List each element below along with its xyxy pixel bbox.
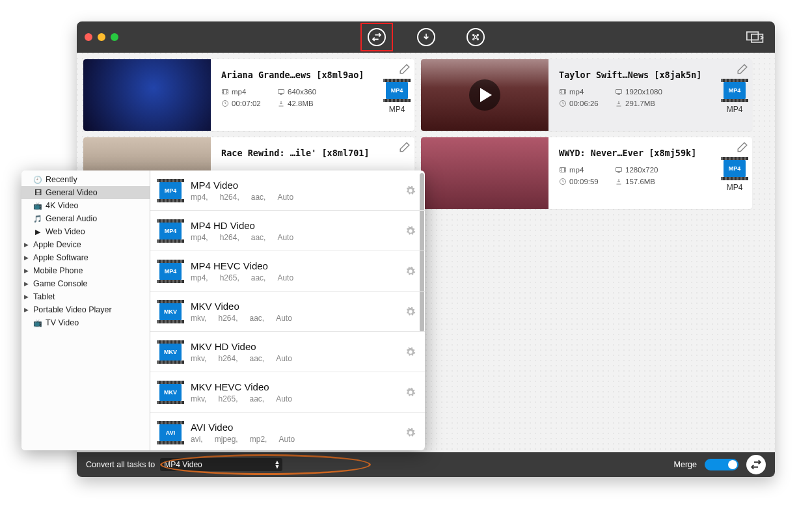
titlebar-right-icon[interactable]: [746, 30, 765, 44]
maximize-window-button[interactable]: [111, 33, 118, 41]
gear-icon[interactable]: [405, 387, 416, 398]
gear-icon[interactable]: [405, 226, 416, 236]
category-item[interactable]: ▶Web Video: [21, 225, 150, 238]
filesize-value: 157.6MB: [615, 178, 676, 185]
format-details: mp4,h265,aac,Auto: [191, 273, 396, 282]
gear-icon[interactable]: [405, 306, 416, 317]
category-item[interactable]: ▶Apple Device: [21, 238, 150, 251]
format-name: MKV HEVC Video: [191, 381, 396, 392]
gear-icon[interactable]: [405, 428, 416, 438]
edit-icon[interactable]: [399, 63, 411, 77]
svg-point-4: [477, 38, 478, 40]
select-arrows-icon: ▲▼: [274, 460, 280, 469]
svg-rect-8: [278, 90, 284, 94]
category-label: 4K Video: [46, 201, 79, 210]
output-format-select[interactable]: MP4 Video ▲▼: [160, 458, 282, 471]
svg-rect-5: [747, 32, 759, 40]
category-icon: ▶: [33, 227, 42, 236]
format-row[interactable]: MP4 MP4 HEVC Video mp4,h265,aac,Auto: [150, 251, 425, 292]
format-name: MKV HD Video: [191, 341, 396, 352]
category-label: Portable Video Player: [33, 305, 112, 314]
category-label: Tablet: [33, 292, 55, 301]
minimize-window-button[interactable]: [98, 33, 105, 41]
edit-icon[interactable]: [737, 141, 748, 156]
format-value: mp4: [221, 88, 277, 96]
format-icon: MKV: [159, 303, 182, 321]
format-row[interactable]: MKV MKV HEVC Video mkv,h265,aac,Auto: [150, 372, 425, 413]
category-item[interactable]: 📺TV Video: [21, 316, 150, 329]
format-name: MKV Video: [191, 301, 396, 312]
output-format-badge[interactable]: MP4 MP4: [386, 81, 408, 114]
format-row[interactable]: MP4 MP4 HD Video mp4,h264,aac,Auto: [150, 211, 425, 251]
format-category-sidebar: 🕘Recently🎞General Video📺4K Video🎵General…: [21, 170, 150, 450]
category-item[interactable]: 📺4K Video: [21, 199, 150, 212]
category-item[interactable]: ▶Game Console: [21, 277, 150, 290]
category-item[interactable]: ▶Mobile Phone: [21, 264, 150, 277]
filesize-value: 42.8MB: [277, 100, 338, 107]
download-mode-tab[interactable]: [410, 23, 442, 51]
expand-triangle-icon: ▶: [24, 254, 29, 261]
format-name: MP4 HD Video: [191, 220, 396, 231]
format-name: MP4 Video: [191, 180, 396, 191]
video-thumbnail[interactable]: [83, 59, 211, 131]
video-card[interactable]: WWYD: Never…Ever [x8mj59k] mp4 1280x720 …: [421, 137, 752, 209]
category-label: Mobile Phone: [33, 266, 83, 275]
format-dropdown-panel: 🕘Recently🎞General Video📺4K Video🎵General…: [21, 170, 425, 450]
svg-rect-7: [223, 90, 228, 94]
expand-triangle-icon: ▶: [24, 267, 29, 274]
video-card[interactable]: Taylor Swift…News [x8jak5n] mp4 1920x108…: [421, 59, 752, 131]
format-row[interactable]: MKV MKV HD Video mkv,h264,aac,Auto: [150, 332, 425, 372]
video-thumbnail[interactable]: [421, 59, 548, 131]
play-icon[interactable]: [469, 79, 500, 111]
convert-button[interactable]: [746, 455, 766, 474]
video-title: Race Rewind: …ile' [x8ml701]: [221, 148, 408, 158]
format-row[interactable]: MKV MKV Video mkv,h264,aac,Auto: [150, 292, 425, 332]
video-thumbnail[interactable]: [421, 137, 548, 209]
category-item[interactable]: 🕘Recently: [21, 173, 150, 186]
gear-icon[interactable]: [405, 185, 416, 196]
category-label: General Audio: [46, 214, 97, 223]
video-meta: mp4 640x360 00:07:02 42.8MB: [221, 88, 408, 107]
svg-rect-10: [560, 90, 566, 94]
convert-all-label: Convert all tasks to: [86, 460, 155, 469]
category-item[interactable]: 🎞General Video: [21, 186, 150, 199]
category-item[interactable]: ▶Tablet: [21, 290, 150, 303]
format-list: MP4 MP4 Video mp4,h264,aac,Auto MP4 MP4 …: [150, 170, 425, 450]
merge-toggle[interactable]: [705, 459, 738, 470]
video-meta: mp4 1920x1080 00:06:26 291.7MB: [559, 88, 746, 107]
format-icon: MKV: [159, 343, 182, 361]
output-format-badge[interactable]: MP4 MP4: [724, 81, 746, 114]
edit-icon[interactable]: [737, 63, 748, 77]
svg-rect-14: [616, 168, 622, 172]
category-icon: 🎞: [33, 188, 42, 197]
edit-icon[interactable]: [399, 141, 411, 156]
output-format-badge[interactable]: MP4 MP4: [724, 159, 746, 192]
video-card[interactable]: Ariana Grande…ews [x8ml9ao] mp4 640x360 …: [83, 59, 414, 131]
format-icon: MP4: [159, 222, 182, 240]
format-value: mp4: [559, 88, 615, 96]
duration-value: 00:09:59: [559, 178, 615, 185]
category-item[interactable]: 🎵General Audio: [21, 212, 150, 225]
svg-point-3: [472, 38, 474, 40]
category-label: Apple Software: [33, 253, 88, 262]
category-label: Web Video: [46, 227, 85, 236]
category-icon: 🕘: [33, 175, 42, 184]
category-label: Recently: [46, 175, 77, 184]
video-title: WWYD: Never…Ever [x8mj59k]: [559, 148, 746, 158]
convert-mode-tab[interactable]: [360, 23, 393, 51]
svg-rect-13: [560, 168, 566, 172]
format-row[interactable]: AVI AVI Video avi,mjpeg,mp2,Auto: [150, 413, 425, 450]
media-mode-tab[interactable]: [459, 23, 492, 51]
category-label: TV Video: [46, 318, 79, 327]
format-details: mkv,h264,aac,Auto: [191, 354, 396, 363]
expand-triangle-icon: ▶: [24, 280, 29, 287]
category-item[interactable]: ▶Portable Video Player: [21, 303, 150, 316]
close-window-button[interactable]: [85, 33, 92, 41]
category-item[interactable]: ▶Apple Software: [21, 251, 150, 264]
svg-point-1: [472, 34, 474, 36]
format-row[interactable]: MP4 MP4 Video mp4,h264,aac,Auto: [150, 170, 425, 211]
gear-icon[interactable]: [405, 266, 416, 277]
expand-triangle-icon: ▶: [24, 241, 29, 248]
gear-icon[interactable]: [405, 347, 416, 357]
category-icon: 🎵: [33, 214, 42, 223]
